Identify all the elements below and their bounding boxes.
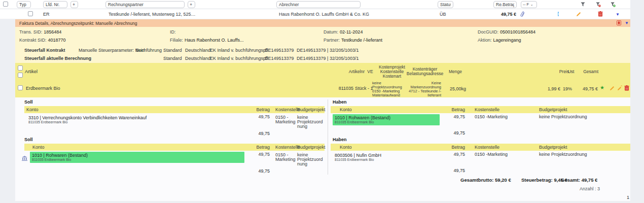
star-icon[interactable]: ★ [600, 85, 604, 90]
haben-total: 49,75 [443, 130, 468, 136]
soll-total: 49,75 [247, 168, 273, 174]
col-konto: Konto [24, 145, 247, 150]
ledger-row: 8003506 | Nufin GmbH 811035 Erdbeermark … [331, 151, 630, 166]
col-konto: Konto [24, 107, 247, 112]
add-filter-button[interactable]: + [70, 1, 78, 8]
col-budgetprojekt: Budgetprojekt [539, 107, 630, 112]
pencil-icon[interactable] [610, 86, 615, 91]
budgetprojekt: keine Projektzuordnung [539, 114, 630, 119]
konto-sub: 811035 Erdbeermark Bio [335, 120, 438, 124]
steuer-standard: Standard [163, 48, 182, 53]
funnel-icon[interactable] [581, 2, 585, 7]
kontrakt-sid-value: 4018770 [48, 38, 66, 43]
trans-sid-label: Trans. SID: [19, 29, 42, 35]
steuer-land-2: Deutschland [185, 56, 210, 61]
paperclip-icon[interactable] [520, 11, 525, 17]
partner-value: Testkunde /-lieferant [341, 38, 382, 43]
kontrakt-sid-label: Kontrakt SID: [19, 38, 47, 43]
faktura-meta-area: Trans. SID:1856484 ID: Datum:02-11-2024 … [15, 27, 630, 63]
col-konto: Konto [331, 145, 443, 150]
konto-text: 1010 | Rohwaren (Bestand) [32, 153, 242, 158]
re-betrag-filter-input[interactable] [493, 1, 517, 8]
artikel-menge: 25,00kg [450, 86, 466, 91]
ledger-row: 1010 | Rohwaren (Bestand) 811035 Erdbeer… [331, 113, 630, 128]
gesamtbrutto: Gesamtbrutto: 59,20 € [460, 177, 511, 183]
kostenstelle: 0150 -Marketing [468, 152, 539, 157]
invoice-abrechner: Haus Rabenhorst O. Lauffs GmbH & Co. KG [279, 12, 369, 17]
docguid-value: 05001001856484 [500, 29, 535, 35]
col-budgetprojekt: Budgetprojekt [539, 145, 630, 150]
artikel-name: Erdbeermark Bio [26, 86, 60, 91]
ustid-tax-number-2: DE149513379 | 32/205/1003/1 [297, 56, 359, 61]
pencil-icon[interactable] [576, 12, 581, 17]
status-filter-input[interactable] [438, 1, 453, 8]
trash-icon[interactable] [624, 85, 629, 91]
artikel-preis: 1,99 € [538, 86, 560, 91]
chevron-down-icon[interactable]: ▼ [616, 13, 620, 17]
col-betrag: Betrag [247, 145, 273, 150]
row-checkbox[interactable] [28, 11, 33, 16]
rechnungspartner-filter-input[interactable] [105, 1, 185, 8]
table-filter-row: + + -- F ⌄ [0, 0, 630, 9]
invoice-status: ÜB [440, 12, 446, 17]
page-number: 1 [627, 195, 629, 200]
invoice-partner: Testkunde /-lieferant, Musterweg 12, 525… [109, 12, 196, 17]
artikel-kostenprojekt: keine Projektzuordnung [372, 81, 409, 89]
budgetprojekt: keine Projektzuordnung [297, 152, 325, 166]
konto-text: 3310 | Verrechnungskonto Verbindlichkeit… [28, 115, 245, 120]
artikel-section: Artikel Artikelnr VE Kostenprojekt Koste… [15, 63, 630, 97]
haben-title: Haben [331, 99, 630, 104]
soll-total: 49,75 [247, 131, 273, 136]
lfd-nr-filter-input[interactable] [43, 1, 67, 8]
add-filter-button-2[interactable]: + [188, 1, 195, 8]
col-belastungsadresse: Belastungsadresse [404, 72, 446, 76]
col-konto: Konto [331, 107, 443, 112]
artikel-belastungsadresse: 4712 - Testkunde /-lieferant [407, 89, 441, 97]
artikel-select-all-checkbox-2[interactable] [18, 73, 23, 78]
trash-icon[interactable] [617, 20, 621, 25]
kostenstelle: 0150 - Marketing [273, 114, 297, 124]
filter-type-select[interactable]: -- F ⌄ [521, 1, 537, 8]
trash-icon[interactable] [598, 11, 603, 17]
faktura-details-title: Faktura Details, Abrechnungszeitpunkt: M… [19, 21, 137, 26]
konto-text: 8003506 | Nufin GmbH [335, 153, 441, 158]
faktura-details-bar: Faktura Details, Abrechnungszeitpunkt: M… [15, 19, 630, 27]
ledger-row: 3310 | Verrechnungskonto Verbindlichkeit… [24, 113, 325, 129]
col-betrag: Betrag [443, 107, 468, 112]
artikel-row-checkbox[interactable] [18, 85, 23, 90]
betrag: 49,75 [247, 152, 273, 157]
bank-icon [22, 156, 27, 161]
betrag: 49,75 [247, 114, 273, 119]
budgetprojekt: keine Projektzuordnung [539, 152, 630, 157]
artikel-gesamt: 49,75 € [575, 86, 598, 91]
anzahl: Anzahl : 3 [580, 186, 600, 191]
soll-haben-divider [328, 99, 328, 175]
haben-total: 49,75 [443, 168, 468, 173]
budgetprojekt: keine Projektzuordnung [297, 114, 325, 129]
invoice-typ: ER [43, 12, 50, 17]
haben-title: Haben [331, 137, 630, 142]
partner-label: Partner: [324, 38, 340, 43]
chevron-down-icon[interactable]: ▼ [625, 21, 629, 25]
invoice-row[interactable]: ER Testkunde /-lieferant, Musterweg 12, … [0, 9, 630, 19]
col-artikelnr: Artikelnr [329, 70, 365, 74]
funnel-remove-icon[interactable] [596, 2, 601, 7]
steuer-land: Deutschland [185, 48, 210, 53]
select-all-checkbox[interactable] [3, 2, 8, 7]
abrechner-filter-input[interactable] [276, 1, 361, 8]
ustid-tax-number: DE149513379 | 32/205/1003/1 [297, 48, 359, 53]
pencil-plus-icon[interactable] [617, 85, 623, 91]
highlighted-konto-cell[interactable]: 1010 | Rohwaren (Bestand) 811035 Erdbeer… [30, 152, 244, 163]
highlighted-konto-cell[interactable]: 1010 | Rohwaren (Bestand) 811035 Erdbeer… [333, 114, 440, 125]
aktion-label: Aktion: [478, 38, 492, 43]
info-icon[interactable]: i [558, 11, 559, 17]
soll-table-1: Soll Konto Betrag Kostenstelle Budgetpro… [24, 99, 325, 136]
ustid-2: DE149513379 [265, 56, 294, 61]
artikel-select-all-checkbox[interactable] [18, 65, 23, 71]
haben-table-2: Haben Konto Betrag Kostenstelle Budgetpr… [331, 137, 630, 173]
col-budgetprojekt: Budgetprojekt [297, 107, 325, 112]
steuerparameter: Manuelle Steuerparameter: Nein [79, 48, 145, 53]
funnel-add-icon[interactable] [611, 2, 616, 7]
typ-filter-input[interactable] [17, 1, 31, 8]
artikel-ust: 19% [563, 86, 572, 91]
